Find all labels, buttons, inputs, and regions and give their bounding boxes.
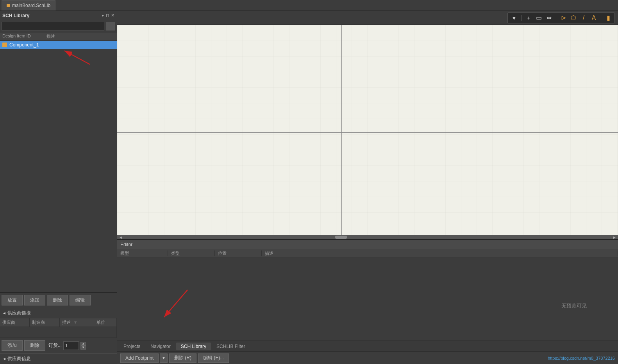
action-left-group: Add Footprint ▼ 删除 (R) 编辑 (E)... xyxy=(120,353,229,363)
search-button[interactable]: ⋯ xyxy=(106,22,115,30)
qty-up-button[interactable]: ▲ xyxy=(80,342,86,346)
toolbar: ▼ + ▭ ⇔ ⊳ ⬠ / A ▮ xyxy=(117,11,618,25)
editor-col-desc: 描述 xyxy=(262,250,618,256)
qty-down-button[interactable]: ▼ xyxy=(80,346,86,350)
main-layout: SCH Library ▸ ⊓ ✕ ⋯ Design Item ID 描述 Co… xyxy=(0,11,618,364)
unpin-panel-icon[interactable]: ⊓ xyxy=(106,13,109,18)
component-list: Component_1 xyxy=(0,41,117,292)
supplier-col-price: 单价 xyxy=(94,318,116,327)
bottom-tabs: Projects Navigator SCH Library SCHLIB Fi… xyxy=(117,341,618,352)
col-description: 描述 xyxy=(46,34,55,39)
tab-label: mainBoard.SchLib xyxy=(12,3,50,8)
editor-col-model: 模型 xyxy=(117,250,168,256)
list-item[interactable]: Component_1 xyxy=(0,41,117,49)
delete-model-button[interactable]: 删除 (R) xyxy=(169,353,196,363)
tab-schlib-filter[interactable]: SCHLIB Filter xyxy=(212,343,250,350)
pin-panel-icon[interactable]: ▸ xyxy=(102,13,104,18)
bottom-panel: Editor 模型 类型 位置 描述 无预览可见 xyxy=(117,239,618,364)
edit-model-button[interactable]: 编辑 (E)... xyxy=(198,353,229,363)
close-panel-icon[interactable]: ✕ xyxy=(111,13,114,18)
supplier-link-section-title: 供应商链接 xyxy=(0,308,117,318)
tab-sch-library[interactable]: SCH Library xyxy=(176,343,211,350)
bottom-action-bar: Add Footprint ▼ 删除 (R) 编辑 (E)... https:/… xyxy=(117,352,618,364)
supplier-action-row: 添加 删除 订货... ▲ ▼ xyxy=(0,338,117,353)
editor-col-position: 位置 xyxy=(215,250,262,256)
scroll-left-arrow[interactable]: ◄ xyxy=(117,235,124,240)
editor-col-type: 类型 xyxy=(168,250,215,256)
toolbar-group: ▼ + ▭ ⇔ ⊳ ⬠ / A ▮ xyxy=(507,12,615,23)
svg-line-4 xyxy=(164,290,188,317)
canvas-area[interactable]: ◄ ► xyxy=(117,25,618,239)
supplier-table-wrapper: 供应商 制造商 描述 ▼ 单价 xyxy=(0,318,117,338)
order-qty-input[interactable] xyxy=(63,341,79,350)
add-footprint-button[interactable]: Add Footprint xyxy=(120,353,159,363)
move-tool-btn[interactable]: ⇔ xyxy=(545,14,553,22)
editor-title-bar: Editor xyxy=(117,240,618,249)
order-label: 订货... xyxy=(48,342,62,349)
text-tool-btn[interactable]: A xyxy=(590,14,598,22)
supplier-table: 供应商 制造商 描述 ▼ 单价 xyxy=(0,318,117,338)
edit-button[interactable]: 编辑 xyxy=(70,295,91,305)
tool-separator-1 xyxy=(521,15,522,21)
add-tool-btn[interactable]: + xyxy=(525,14,532,22)
supplier-col-desc: 描述 ▼ xyxy=(59,318,94,327)
crosshair-vertical xyxy=(341,25,342,239)
supplier-info-section-title: 供应商信息 xyxy=(0,353,117,364)
supplier-col-maker: 制造商 xyxy=(30,318,60,327)
delete-button[interactable]: 删除 xyxy=(47,295,68,305)
qty-spinner: ▲ ▼ xyxy=(80,342,86,350)
line-tool-btn[interactable]: / xyxy=(580,14,588,22)
rect-tool-btn[interactable]: ▭ xyxy=(535,14,543,22)
horizontal-scrollbar[interactable]: ◄ ► xyxy=(117,235,618,239)
place-button[interactable]: 放置 xyxy=(2,295,23,305)
tab-dot-icon xyxy=(7,4,10,7)
list-header: Design Item ID 描述 xyxy=(0,32,117,41)
tab-projects[interactable]: Projects xyxy=(119,343,145,350)
component-list-wrapper: Component_1 xyxy=(0,41,117,292)
status-url[interactable]: https://blog.csdn.net/m0_37872216 xyxy=(548,356,615,360)
supplier-empty-row xyxy=(0,327,117,337)
tab-navigator[interactable]: Navigator xyxy=(146,343,175,350)
scroll-thumb[interactable] xyxy=(335,236,347,239)
component-tool-btn[interactable]: ▮ xyxy=(604,14,612,22)
bottom-annotation-arrow xyxy=(125,286,219,325)
filter-tool-btn[interactable]: ▼ xyxy=(510,14,518,22)
polygon-tool-btn[interactable]: ⬠ xyxy=(570,14,577,22)
add-button[interactable]: 添加 xyxy=(24,295,45,305)
panel-title: SCH Library xyxy=(2,13,29,18)
scroll-right-arrow[interactable]: ► xyxy=(611,235,618,240)
component-name: Component_1 xyxy=(9,42,39,48)
panel-title-icons: ▸ ⊓ ✕ xyxy=(102,13,114,18)
tool-separator-2 xyxy=(556,15,556,21)
tab-bar: mainBoard.SchLib xyxy=(0,0,618,11)
supplier-add-button[interactable]: 添加 xyxy=(2,340,23,351)
no-preview-label: 无预览可见 xyxy=(561,302,587,309)
editor-body: 无预览可见 xyxy=(117,258,618,341)
desc-sort-icon: ▼ xyxy=(73,320,78,325)
component-action-buttons: 放置 添加 删除 编辑 xyxy=(0,292,117,308)
col-design-id: Design Item ID xyxy=(2,34,31,39)
search-row: ⋯ xyxy=(0,20,117,32)
panel-title-bar: SCH Library ▸ ⊓ ✕ xyxy=(0,11,117,20)
editor-table-header: 模型 类型 位置 描述 xyxy=(117,249,618,258)
component-icon xyxy=(2,43,7,47)
supplier-col-supplier: 供应商 xyxy=(0,318,30,327)
editor-title: Editor xyxy=(120,242,132,247)
search-input[interactable] xyxy=(2,22,104,30)
right-area: ▼ + ▭ ⇔ ⊳ ⬠ / A ▮ xyxy=(117,11,618,364)
pin-tool-btn[interactable]: ⊳ xyxy=(559,14,567,22)
left-panel: SCH Library ▸ ⊓ ✕ ⋯ Design Item ID 描述 Co… xyxy=(0,11,117,364)
crosshair-horizontal xyxy=(117,132,618,133)
add-footprint-dropdown[interactable]: ▼ xyxy=(160,353,168,363)
tab-main-board[interactable]: mainBoard.SchLib xyxy=(2,0,55,11)
supplier-delete-button[interactable]: 删除 xyxy=(24,340,45,351)
tool-separator-3 xyxy=(601,15,601,21)
